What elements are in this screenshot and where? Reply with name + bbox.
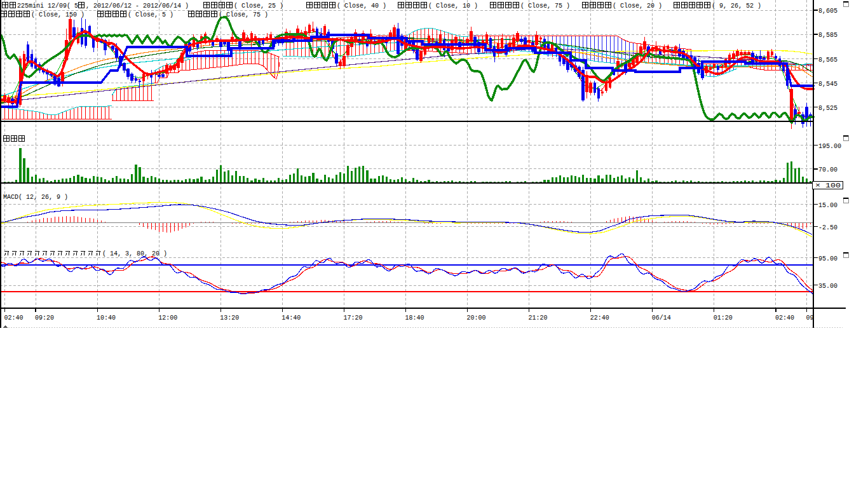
svg-text:, 2012/06/12 - 2012/06/14 ): , 2012/06/12 - 2012/06/14 ) bbox=[86, 2, 189, 10]
svg-text:35.00: 35.00 bbox=[818, 282, 837, 290]
svg-text:8,525: 8,525 bbox=[818, 104, 837, 112]
svg-text:8,565: 8,565 bbox=[818, 56, 837, 64]
svg-text:09: 09 bbox=[806, 314, 813, 322]
svg-text:10:40: 10:40 bbox=[97, 314, 116, 322]
svg-text:13:20: 13:20 bbox=[220, 314, 239, 322]
svg-text:20:00: 20:00 bbox=[467, 314, 486, 322]
svg-text:( 9, 26, 52 ): ( 9, 26, 52 ) bbox=[712, 2, 761, 10]
svg-text:( Close, 25 ): ( Close, 25 ) bbox=[234, 2, 283, 10]
svg-text:01:20: 01:20 bbox=[714, 314, 733, 322]
svg-text:02:40: 02:40 bbox=[775, 314, 794, 322]
svg-text:06/14: 06/14 bbox=[652, 314, 671, 322]
svg-text:8,545: 8,545 bbox=[818, 80, 837, 88]
svg-text:15.00: 15.00 bbox=[818, 201, 837, 209]
svg-text:17:20: 17:20 bbox=[343, 314, 362, 322]
svg-text:× 100: × 100 bbox=[815, 182, 841, 189]
svg-text:14:40: 14:40 bbox=[281, 314, 301, 322]
svg-text:195.00: 195.00 bbox=[818, 142, 841, 150]
svg-text:( Close, 150 ): ( Close, 150 ) bbox=[31, 11, 85, 18]
svg-text:-2.50: -2.50 bbox=[818, 224, 837, 231]
svg-text:12:00: 12:00 bbox=[158, 314, 177, 322]
svg-text:70.00: 70.00 bbox=[818, 166, 837, 173]
svg-text:( 14, 3, 80, 20 ): ( 14, 3, 80, 20 ) bbox=[102, 250, 167, 257]
svg-text:18:40: 18:40 bbox=[405, 314, 424, 322]
svg-text:( Close, 10 ): ( Close, 10 ) bbox=[428, 2, 478, 10]
svg-text:( Close, 75 ): ( Close, 75 ) bbox=[219, 11, 268, 18]
svg-text:95.00: 95.00 bbox=[818, 255, 837, 262]
svg-text:( Close, 20 ): ( Close, 20 ) bbox=[613, 2, 662, 10]
svg-text:( Close, 40 ): ( Close, 40 ) bbox=[337, 2, 386, 10]
svg-text:21:20: 21:20 bbox=[529, 314, 548, 322]
svg-text:22:40: 22:40 bbox=[590, 314, 609, 322]
svg-text:MACD( 12, 26, 9 ): MACD( 12, 26, 9 ) bbox=[3, 193, 68, 201]
svg-text:( Close, 75 ): ( Close, 75 ) bbox=[520, 2, 570, 10]
svg-text:8,605: 8,605 bbox=[818, 7, 837, 15]
svg-text:02:40: 02:40 bbox=[4, 314, 24, 322]
svg-text:225mini 12/09( 5: 225mini 12/09( 5 bbox=[17, 2, 78, 10]
svg-text:8,585: 8,585 bbox=[818, 31, 837, 39]
svg-text:( Close, 5 ): ( Close, 5 ) bbox=[128, 11, 173, 18]
svg-text:09:20: 09:20 bbox=[35, 314, 54, 322]
